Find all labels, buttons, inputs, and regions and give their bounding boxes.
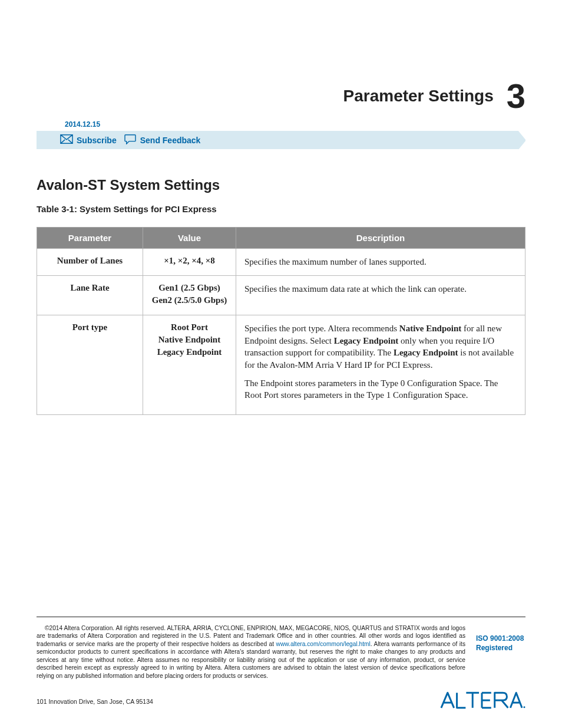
table-caption: Table 3-1: System Settings for PCI Expre… xyxy=(37,204,525,214)
cell-parameter: Lane Rate xyxy=(37,276,143,315)
table-row: Port typeRoot PortNative EndpointLegacy … xyxy=(37,315,525,415)
cell-description: Specifies the maximum number of lanes su… xyxy=(236,249,525,276)
cell-value: ×1, ×2, ×4, ×8 xyxy=(143,249,236,276)
chapter-title: Parameter Settings xyxy=(343,87,494,106)
col-header-value: Value xyxy=(143,228,236,249)
system-settings-table: Parameter Value Description Number of La… xyxy=(37,227,525,415)
subscribe-button[interactable]: Subscribe xyxy=(60,134,117,146)
chat-bubble-icon xyxy=(124,134,137,146)
table-row: Lane RateGen1 (2.5 Gbps)Gen2 (2.5/5.0 Gb… xyxy=(37,276,525,315)
value-line: Gen2 (2.5/5.0 Gbps) xyxy=(151,295,227,305)
value-line: Gen1 (2.5 Gbps) xyxy=(151,283,227,293)
col-header-parameter: Parameter xyxy=(37,228,143,249)
cell-parameter: Number of Lanes xyxy=(37,249,143,276)
cell-parameter: Port type xyxy=(37,315,143,415)
copyright-text: ©2014 Altera Corporation. All rights res… xyxy=(37,624,465,680)
cell-description: Specifies the maximum data rate at which… xyxy=(236,276,525,315)
subscribe-label: Subscribe xyxy=(77,136,117,145)
envelope-icon xyxy=(60,134,73,146)
iso-badge[interactable]: ISO 9001:2008 Registered xyxy=(476,624,525,653)
table-header-row: Parameter Value Description xyxy=(37,228,525,249)
action-bar-bg: Subscribe Send Feedback xyxy=(37,131,525,149)
page-footer: ©2014 Altera Corporation. All rights res… xyxy=(37,617,525,715)
chapter-number: 3 xyxy=(507,79,525,113)
cell-description: Specifies the port type. Altera recommen… xyxy=(236,315,525,415)
company-address: 101 Innovation Drive, San Jose, CA 95134 xyxy=(37,698,153,705)
altera-logo xyxy=(438,688,525,715)
table-row: Number of Lanes×1, ×2, ×4, ×8Specifies t… xyxy=(37,249,525,276)
svg-point-0 xyxy=(524,706,525,708)
send-feedback-button[interactable]: Send Feedback xyxy=(124,134,201,146)
section-title: Avalon-ST System Settings xyxy=(37,177,525,193)
value-line: ×1, ×2, ×4, ×8 xyxy=(151,256,227,266)
chapter-header: Parameter Settings 3 xyxy=(343,79,525,113)
copyright-symbol: © xyxy=(45,625,49,631)
legal-link[interactable]: www.altera.com/common/legal.html xyxy=(276,641,371,647)
col-header-description: Description xyxy=(236,228,525,249)
value-line: Root Port xyxy=(151,322,227,332)
doc-date: 2014.12.15 xyxy=(65,120,525,129)
header-action-bar: 2014.12.15 Subscribe Send Feedback xyxy=(37,120,525,149)
value-line: Legacy Endpoint xyxy=(151,347,227,357)
send-feedback-label: Send Feedback xyxy=(140,136,201,145)
cell-value: Gen1 (2.5 Gbps)Gen2 (2.5/5.0 Gbps) xyxy=(143,276,236,315)
cell-value: Root PortNative EndpointLegacy Endpoint xyxy=(143,315,236,415)
value-line: Native Endpoint xyxy=(151,335,227,345)
footer-rule xyxy=(37,617,525,617)
